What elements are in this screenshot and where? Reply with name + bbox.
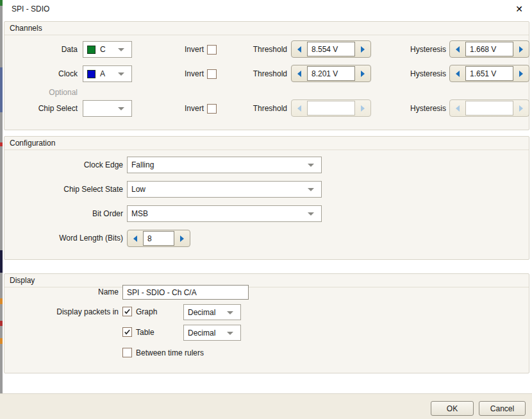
clock-threshold-spinner: 8.201 V <box>291 65 371 82</box>
display-group: Display Name SPI - SDIO - Ch C/A Display… <box>4 273 529 373</box>
chip-select-hysteresis-label: Hysteresis <box>389 100 446 117</box>
spinner-increment-button[interactable] <box>355 41 370 57</box>
between-time-rulers-label: Between time rulers <box>136 348 204 358</box>
arrow-left-icon <box>456 105 460 112</box>
between-time-rulers-checkbox[interactable] <box>122 348 132 357</box>
arrow-right-icon <box>180 235 184 242</box>
ok-button[interactable]: OK <box>431 401 474 416</box>
clock-channel-select[interactable]: A <box>83 65 132 82</box>
clock-invert-label: Invert <box>155 65 204 82</box>
arrow-left-icon <box>456 71 460 77</box>
data-invert-checkbox[interactable] <box>207 45 217 55</box>
spinner-increment-button[interactable] <box>513 65 529 81</box>
chip-select-hysteresis-value <box>465 101 513 115</box>
clock-label: Clock <box>4 65 78 82</box>
channels-group: Channels Data C Invert Threshold 8.554 V… <box>4 21 529 130</box>
word-length-value[interactable]: 8 <box>143 231 174 246</box>
chip-select-state-value: Low <box>131 185 145 194</box>
clock-edge-label: Clock Edge <box>4 157 123 173</box>
chip-select-channel-select[interactable] <box>83 100 132 117</box>
word-length-label: Word Length (Bits) <box>4 230 123 247</box>
spinner-increment-button <box>513 100 529 116</box>
arrow-right-icon <box>519 46 523 53</box>
channels-section-label: Channels <box>4 22 529 35</box>
arrow-left-icon <box>297 105 301 112</box>
spinner-decrement-button[interactable] <box>450 41 465 57</box>
spinner-decrement-button <box>292 100 307 116</box>
clock-threshold-value[interactable]: 8.201 V <box>307 66 355 81</box>
chevron-down-icon <box>308 188 314 191</box>
chip-select-invert-label: Invert <box>155 100 204 117</box>
bit-order-value: MSB <box>131 209 148 218</box>
spinner-decrement-button[interactable] <box>450 65 465 81</box>
cancel-button[interactable]: Cancel <box>479 401 526 416</box>
table-format-value: Decimal <box>188 329 215 338</box>
table-label: Table <box>136 327 154 338</box>
bit-order-select[interactable]: MSB <box>127 205 322 222</box>
table-format-select[interactable]: Decimal <box>183 325 241 341</box>
channel-color-swatch <box>87 46 96 54</box>
channel-color-swatch <box>87 70 96 78</box>
close-icon[interactable]: ✕ <box>513 3 526 15</box>
arrow-right-icon <box>519 105 523 112</box>
data-threshold-value[interactable]: 8.554 V <box>307 42 355 56</box>
spinner-increment-button <box>355 100 370 116</box>
chip-select-threshold-value <box>307 101 355 115</box>
graph-format-select[interactable]: Decimal <box>183 304 241 320</box>
chip-select-hysteresis-spinner <box>449 99 529 117</box>
arrow-left-icon <box>297 46 301 53</box>
spinner-increment-button[interactable] <box>513 41 529 57</box>
clock-invert-checkbox[interactable] <box>207 69 217 79</box>
spinner-decrement-button[interactable] <box>292 65 307 81</box>
arrow-left-icon <box>297 71 301 77</box>
name-label: Name <box>4 285 119 300</box>
spinner-increment-button[interactable] <box>355 65 370 81</box>
table-checkbox[interactable] <box>122 327 132 337</box>
name-input[interactable]: SPI - SDIO - Ch C/A <box>122 285 249 300</box>
chip-select-threshold-label: Threshold <box>232 100 287 117</box>
chip-select-invert-checkbox[interactable] <box>207 104 217 114</box>
data-hysteresis-value[interactable]: 1.668 V <box>465 42 513 56</box>
chevron-down-icon <box>227 332 233 335</box>
bit-order-label: Bit Order <box>4 205 123 222</box>
spinner-decrement-button[interactable] <box>292 41 307 57</box>
clock-channel-value: A <box>100 69 105 78</box>
chevron-down-icon <box>308 164 314 167</box>
data-threshold-label: Threshold <box>232 41 287 58</box>
arrow-right-icon <box>361 71 365 77</box>
chevron-down-icon <box>118 48 124 51</box>
sliver-green <box>0 0 3 6</box>
arrow-right-icon <box>361 46 365 53</box>
optional-label: Optional <box>4 87 78 98</box>
clock-hysteresis-value[interactable]: 1.651 V <box>465 66 513 81</box>
data-channel-select[interactable]: C <box>83 41 132 58</box>
spinner-decrement-button <box>450 100 465 116</box>
clock-hysteresis-spinner: 1.651 V <box>449 65 529 82</box>
configuration-group: Configuration Clock Edge Falling Chip Se… <box>4 136 529 260</box>
sliver-orange-2 <box>0 338 3 344</box>
sliver-red-2 <box>0 321 3 326</box>
arrow-right-icon <box>361 105 365 112</box>
footer: OK Cancel <box>0 394 532 419</box>
chip-select-state-select[interactable]: Low <box>127 181 322 198</box>
graph-checkbox[interactable] <box>122 307 132 316</box>
clock-edge-select[interactable]: Falling <box>127 157 322 173</box>
arrow-right-icon <box>519 71 523 77</box>
checkmark-icon <box>124 329 131 336</box>
configuration-section-label: Configuration <box>4 137 529 150</box>
chip-select-state-label: Chip Select State <box>4 181 123 198</box>
spinner-increment-button[interactable] <box>174 230 190 246</box>
word-length-spinner: 8 <box>127 230 190 247</box>
arrow-left-icon <box>456 46 460 53</box>
clock-threshold-label: Threshold <box>232 65 287 82</box>
chevron-down-icon <box>118 73 124 76</box>
dialog-title: SPI - SDIO <box>12 4 49 13</box>
graph-label: Graph <box>136 307 157 317</box>
chevron-down-icon <box>227 311 233 314</box>
checkmark-icon <box>124 308 131 315</box>
data-threshold-spinner: 8.554 V <box>291 40 371 58</box>
display-packets-in-label: Display packets in <box>4 307 119 317</box>
spinner-decrement-button[interactable] <box>128 230 143 246</box>
data-hysteresis-label: Hysteresis <box>389 41 446 58</box>
graph-format-value: Decimal <box>188 308 215 317</box>
